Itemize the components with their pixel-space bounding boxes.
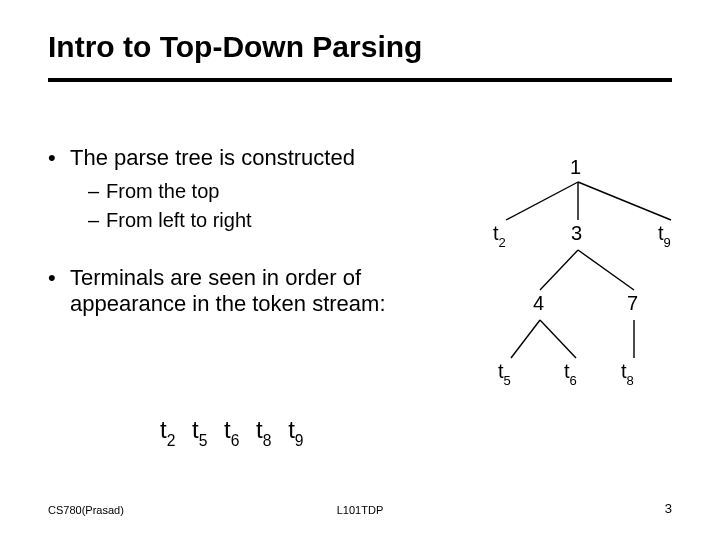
- bullet-dash-icon: –: [88, 177, 106, 206]
- bullet-dash-icon: –: [88, 206, 106, 235]
- token-t8: t8: [256, 416, 271, 448]
- bullet-1b-text: From left to right: [106, 206, 252, 235]
- bullet-1a: – From the top: [88, 177, 478, 206]
- bullet-2-text: Terminals are seen in order of appearanc…: [70, 265, 478, 317]
- token-t2: t2: [160, 416, 175, 448]
- bullet-1b: – From left to right: [88, 206, 478, 235]
- tree-node-1: 1: [570, 156, 581, 179]
- token-t9: t9: [288, 416, 303, 448]
- tree-node-t9: t9: [658, 222, 671, 248]
- bullet-1-text: The parse tree is constructed: [70, 145, 355, 171]
- footer-page-number: 3: [665, 501, 672, 516]
- title-rule: [48, 78, 672, 82]
- tree-node-t8: t8: [621, 360, 634, 386]
- tree-node-4: 4: [533, 292, 544, 315]
- tree-node-t5: t5: [498, 360, 511, 386]
- bullet-1a-text: From the top: [106, 177, 219, 206]
- bullet-dot-icon: •: [48, 265, 70, 317]
- slide: Intro to Top-Down Parsing • The parse tr…: [0, 0, 720, 540]
- svg-line-5: [511, 320, 540, 358]
- bullet-dot-icon: •: [48, 145, 70, 171]
- tree-node-7: 7: [627, 292, 638, 315]
- token-sequence: t2 t5 t6 t8 t9: [160, 416, 313, 448]
- tree-node-3: 3: [571, 222, 582, 245]
- parse-tree-diagram: 1 t2 3 t9 4 7 t5 t6 t8: [486, 150, 696, 410]
- token-t5: t5: [192, 416, 207, 448]
- body-text: • The parse tree is constructed – From t…: [48, 145, 478, 323]
- svg-line-6: [540, 320, 576, 358]
- tree-node-t6: t6: [564, 360, 577, 386]
- footer-center: L101TDP: [0, 504, 720, 516]
- svg-line-2: [578, 182, 671, 220]
- bullet-2: • Terminals are seen in order of appeara…: [48, 265, 478, 317]
- svg-line-3: [540, 250, 578, 290]
- token-t6: t6: [224, 416, 239, 448]
- svg-line-0: [506, 182, 578, 220]
- tree-node-t2: t2: [493, 222, 506, 248]
- bullet-1: • The parse tree is constructed: [48, 145, 478, 171]
- svg-line-4: [578, 250, 634, 290]
- slide-title: Intro to Top-Down Parsing: [48, 30, 422, 64]
- tree-edges: [486, 150, 696, 410]
